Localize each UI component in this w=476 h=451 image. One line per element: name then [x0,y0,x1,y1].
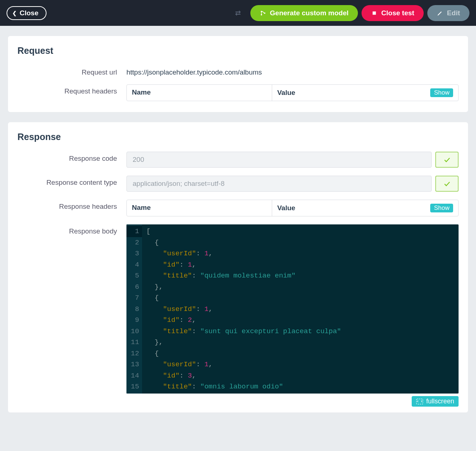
fullscreen-icon [416,399,423,404]
response-ct-label: Response content type [17,176,126,187]
request-headers-table: Name Value Show [126,84,459,101]
response-body-label: Response body [17,224,126,235]
close-button[interactable]: ❮ Close [7,6,47,20]
check-icon [443,180,451,188]
response-body-editor[interactable]: 123456789101112131415 [ { "userId": 1, "… [126,224,459,394]
stop-icon [371,10,378,16]
request-headers-label: Request headers [17,84,126,95]
fullscreen-label: fullscreen [426,398,454,405]
request-headers-show-button[interactable]: Show [430,88,453,97]
fullscreen-button[interactable]: fullscreen [412,396,459,407]
response-card: Response Response code 200 Response cont… [8,122,468,412]
generate-model-button[interactable]: Generate custom model [250,5,358,21]
close-test-button[interactable]: Close test [362,5,424,21]
response-headers-label: Response headers [17,200,126,211]
topbar: ❮ Close ⇄ Generate custom model Close te… [0,0,476,26]
response-code-label: Response code [17,152,126,163]
response-ct-check [435,176,459,192]
svg-rect-3 [373,11,376,15]
request-url-value: https://jsonplaceholder.typicode.com/alb… [126,65,459,76]
response-code-value: 200 [126,152,432,168]
close-test-label: Close test [381,9,414,17]
request-card: Request Request url https://jsonplacehol… [8,36,468,112]
branch-icon [260,10,266,16]
close-label: Close [20,9,39,17]
request-url-label: Request url [17,65,126,76]
request-heading: Request [17,45,459,56]
response-headers-value-col: Value [277,204,295,212]
response-headers-name-col: Name [127,200,272,216]
request-headers-value-col: Value [277,89,295,97]
svg-point-2 [264,12,265,14]
response-ct-value: application/json; charset=utf-8 [126,176,432,192]
response-code-check [435,152,459,168]
edit-label: Edit [447,9,460,17]
svg-point-1 [261,14,262,15]
chevron-left-icon: ❮ [12,10,17,16]
request-headers-name-col: Name [127,85,272,101]
response-headers-table: Name Value Show [126,200,459,216]
swap-icon[interactable]: ⇄ [229,9,247,17]
edit-button[interactable]: Edit [427,5,469,21]
svg-point-0 [261,11,262,12]
response-heading: Response [17,132,459,142]
check-icon [443,156,451,164]
response-headers-show-button[interactable]: Show [430,204,453,212]
generate-label: Generate custom model [270,9,348,17]
pencil-icon [437,10,443,16]
